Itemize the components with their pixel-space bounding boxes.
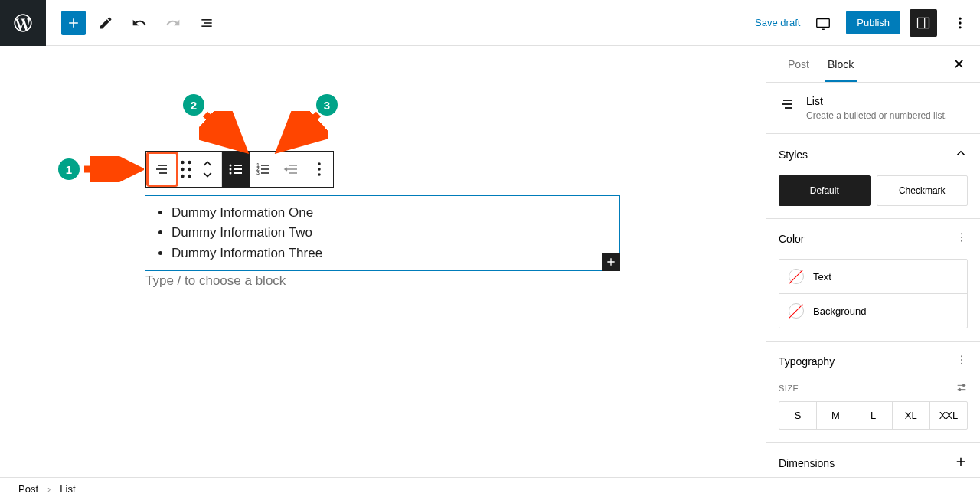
color-panel-header[interactable]: Color (766, 219, 980, 259)
svg-point-48 (961, 240, 962, 242)
svg-point-25 (230, 165, 232, 167)
styles-panel-header[interactable]: Styles (766, 134, 980, 175)
outdent-button[interactable] (277, 152, 305, 187)
unordered-list-button[interactable] (222, 152, 250, 187)
svg-rect-28 (234, 168, 242, 170)
svg-point-50 (961, 359, 962, 361)
list-item[interactable]: Dummy Information Three (172, 243, 607, 263)
svg-line-15 (285, 114, 318, 145)
svg-point-9 (959, 26, 961, 28)
wordpress-logo[interactable] (0, 0, 46, 46)
dimensions-panel: Dimensions (766, 443, 980, 477)
svg-point-19 (181, 161, 185, 165)
transform-block-button[interactable] (146, 152, 178, 187)
drag-handle-icon[interactable] (178, 152, 194, 187)
svg-point-27 (230, 168, 232, 171)
block-toolbar: 123 (145, 151, 334, 188)
size-xxl-button[interactable]: XXL (930, 402, 967, 429)
publish-button[interactable]: Publish (846, 11, 900, 34)
annotation-badge-1: 1 (58, 158, 80, 180)
undo-icon[interactable] (126, 9, 153, 37)
tab-post[interactable]: Post (779, 47, 818, 81)
svg-point-21 (181, 168, 185, 172)
font-size-selector: S M L XL XXL (779, 401, 968, 430)
svg-point-47 (961, 237, 962, 238)
color-swatch-icon (789, 269, 804, 284)
block-placeholder[interactable]: Type / to choose a block (145, 273, 286, 289)
plus-icon[interactable] (954, 455, 968, 472)
style-checkmark-button[interactable]: Checkmark (877, 175, 969, 206)
settings-toggle-button[interactable] (910, 9, 937, 37)
breadcrumb-post[interactable]: Post (18, 483, 38, 495)
svg-rect-3 (817, 18, 830, 27)
annotation-arrow-1 (84, 156, 144, 182)
dimensions-panel-header[interactable]: Dimensions (766, 443, 980, 477)
header-right: Save draft Publish (755, 9, 980, 37)
redo-icon (159, 9, 187, 37)
save-draft-link[interactable]: Save draft (755, 17, 800, 28)
list-icon (779, 95, 797, 113)
typography-more-icon[interactable] (956, 354, 968, 369)
color-more-icon[interactable] (956, 231, 968, 247)
svg-point-7 (959, 17, 961, 19)
color-text-option[interactable]: Text (779, 260, 967, 294)
size-m-button[interactable]: M (817, 402, 854, 429)
svg-point-20 (188, 161, 191, 165)
breadcrumb: Post › List (0, 477, 980, 500)
svg-point-24 (188, 175, 191, 178)
list-view-icon[interactable] (193, 9, 220, 37)
typography-panel: Typography SIZE S M L XL XXL (766, 342, 980, 443)
tab-block[interactable]: Block (818, 47, 863, 81)
chevron-right-icon: › (47, 483, 51, 495)
more-options-icon[interactable] (946, 9, 974, 37)
svg-point-23 (181, 175, 185, 178)
breadcrumb-list[interactable]: List (60, 483, 75, 495)
add-block-button[interactable] (61, 11, 86, 35)
settings-slider-icon[interactable] (956, 381, 968, 395)
style-default-button[interactable]: Default (779, 175, 871, 206)
main-content: 1 2 3 (0, 46, 980, 477)
list-item[interactable]: Dummy Information One (172, 203, 607, 223)
edit-icon[interactable] (92, 9, 119, 37)
size-s-button[interactable]: S (779, 402, 817, 429)
annotation-arrow-3 (274, 111, 328, 154)
settings-sidebar: Post Block ✕ List Create a bulleted or n… (766, 46, 980, 477)
annotation-arrow-2 (199, 111, 253, 154)
block-card: List Create a bulleted or numbered list. (766, 83, 980, 134)
chevron-up-icon (954, 146, 968, 163)
sidebar-tabs: Post Block ✕ (766, 46, 980, 83)
list-block[interactable]: Dummy Information One Dummy Information … (145, 195, 620, 271)
color-background-option[interactable]: Background (779, 294, 967, 328)
header-tools (92, 9, 220, 37)
ordered-list-button[interactable]: 123 (250, 152, 277, 187)
svg-point-8 (959, 21, 961, 24)
svg-point-22 (188, 168, 191, 172)
list-item[interactable]: Dummy Information Two (172, 223, 607, 243)
block-card-title: List (806, 95, 947, 107)
svg-rect-26 (234, 165, 242, 166)
block-card-description: Create a bulleted or numbered list. (806, 110, 947, 121)
svg-rect-5 (918, 18, 929, 28)
preview-button[interactable] (809, 9, 837, 37)
svg-point-51 (961, 363, 962, 364)
typography-panel-header[interactable]: Typography (766, 342, 980, 381)
color-panel: Color Text Background (766, 219, 980, 342)
svg-rect-30 (234, 172, 242, 174)
move-block-button[interactable] (194, 152, 221, 187)
svg-point-46 (961, 233, 962, 234)
svg-point-55 (959, 388, 961, 391)
block-more-options-icon[interactable] (305, 152, 333, 187)
editor-canvas: 1 2 3 (0, 46, 766, 477)
color-swatch-icon (789, 303, 804, 319)
svg-text:3: 3 (256, 170, 260, 175)
svg-point-41 (318, 168, 321, 171)
size-xl-button[interactable]: XL (893, 402, 930, 429)
size-l-button[interactable]: L (854, 402, 892, 429)
svg-point-53 (962, 384, 965, 387)
add-list-item-button[interactable] (602, 253, 620, 271)
svg-point-49 (961, 355, 962, 357)
svg-line-13 (205, 114, 239, 145)
close-sidebar-icon[interactable]: ✕ (950, 53, 968, 76)
svg-point-40 (318, 162, 321, 165)
styles-panel: Styles Default Checkmark (766, 134, 980, 219)
